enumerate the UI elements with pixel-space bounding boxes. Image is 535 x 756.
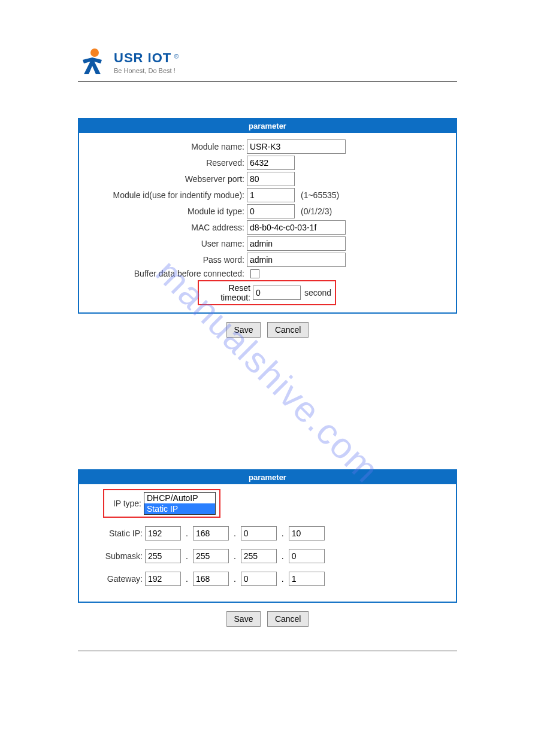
reserved-input[interactable] bbox=[247, 156, 295, 170]
panel2-cancel-button[interactable]: Cancel bbox=[267, 611, 309, 627]
gateway-label: Gateway: bbox=[85, 574, 145, 584]
ip-type-label: IP type: bbox=[108, 499, 144, 508]
reset-timeout-highlight: Reset timeout: second bbox=[198, 280, 336, 305]
panel2-save-button[interactable]: Save bbox=[226, 611, 261, 627]
reset-unit: second bbox=[304, 288, 331, 297]
panel1-title: parameter bbox=[79, 119, 456, 133]
panel1-cancel-button[interactable]: Cancel bbox=[267, 322, 309, 338]
gateway-a[interactable] bbox=[145, 572, 181, 586]
static-ip-d[interactable] bbox=[289, 526, 325, 541]
mac-input[interactable] bbox=[247, 220, 346, 235]
parameter-panel-1: parameter Module name: Reserved: Webserv… bbox=[78, 118, 457, 314]
footer-divider bbox=[78, 651, 457, 651]
parameter-panel-2: parameter IP type: DHCP/AutoIP Static IP… bbox=[78, 469, 457, 603]
module-id-hint: (1~65535) bbox=[301, 190, 339, 200]
submask-label: Submask: bbox=[85, 551, 145, 561]
static-ip-b[interactable] bbox=[193, 526, 229, 541]
reserved-label: Reserved: bbox=[85, 158, 247, 168]
gateway-b[interactable] bbox=[193, 572, 229, 586]
module-name-input[interactable] bbox=[247, 139, 346, 154]
static-ip-label: Static IP: bbox=[85, 529, 145, 538]
mac-label: MAC address: bbox=[85, 223, 247, 232]
user-input[interactable] bbox=[247, 236, 346, 251]
module-id-label: Module id(use for indentify modue): bbox=[85, 190, 247, 200]
static-ip-c[interactable] bbox=[241, 526, 277, 541]
submask-d[interactable] bbox=[289, 549, 325, 563]
webserver-port-input[interactable] bbox=[247, 172, 295, 186]
module-id-type-hint: (0/1/2/3) bbox=[301, 207, 332, 216]
submask-b[interactable] bbox=[193, 549, 229, 563]
submask-a[interactable] bbox=[145, 549, 181, 563]
module-id-type-label: Module id type: bbox=[85, 207, 247, 216]
pass-input[interactable] bbox=[247, 253, 346, 267]
panel2-title: parameter bbox=[79, 470, 456, 484]
ip-type-option-dhcp[interactable]: DHCP/AutoIP bbox=[144, 493, 215, 503]
user-label: User name: bbox=[85, 239, 247, 248]
gateway-c[interactable] bbox=[241, 572, 277, 586]
ip-type-option-static[interactable]: Static IP bbox=[144, 503, 215, 514]
pass-label: Pass word: bbox=[85, 255, 247, 265]
logo-icon bbox=[78, 48, 107, 77]
ip-type-highlight: IP type: DHCP/AutoIP Static IP bbox=[103, 489, 220, 518]
svg-point-0 bbox=[90, 48, 99, 57]
module-name-label: Module name: bbox=[85, 142, 247, 151]
gateway-d[interactable] bbox=[289, 572, 325, 586]
module-id-input[interactable] bbox=[247, 188, 295, 202]
panel1-save-button[interactable]: Save bbox=[226, 322, 261, 338]
submask-c[interactable] bbox=[241, 549, 277, 563]
logo-reg: ® bbox=[174, 53, 179, 60]
logo-title: USR IOT bbox=[114, 50, 171, 65]
reset-input[interactable] bbox=[253, 286, 301, 300]
reset-label: Reset timeout: bbox=[202, 283, 252, 302]
webserver-port-label: Webserver port: bbox=[85, 174, 247, 184]
module-id-type-input[interactable] bbox=[247, 204, 295, 218]
buffer-checkbox[interactable] bbox=[250, 269, 259, 278]
logo-subtitle: Be Honest, Do Best ! bbox=[114, 67, 179, 74]
ip-type-select[interactable]: DHCP/AutoIP Static IP bbox=[144, 492, 216, 515]
logo-block: USR IOT ® Be Honest, Do Best ! bbox=[78, 48, 457, 77]
header-divider bbox=[78, 81, 457, 82]
static-ip-a[interactable] bbox=[145, 526, 181, 541]
buffer-label: Buffer data before connected: bbox=[85, 269, 247, 278]
